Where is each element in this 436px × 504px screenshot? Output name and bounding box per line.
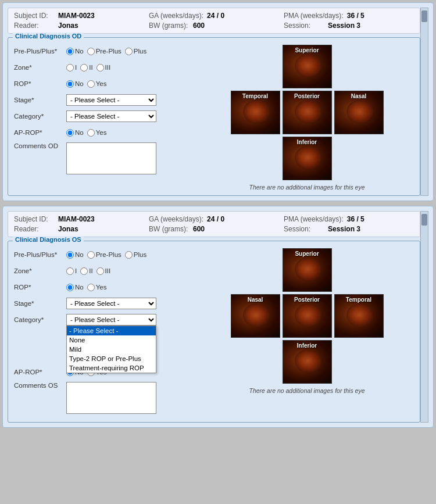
image-nasal-od: Nasal <box>334 91 384 134</box>
ap-rop-row-od: AP-ROP* No Yes <box>14 126 194 139</box>
image-row-inferior-od: Inferior <box>283 137 332 180</box>
diagnosis-od: Clinical Diagnosis OD Pre-Plus/Plus* <box>8 37 420 196</box>
comments-label-od: Comments OD <box>14 142 66 149</box>
rop-yes-os[interactable]: Yes <box>87 284 107 291</box>
zone-ii-od[interactable]: II <box>80 64 92 72</box>
session-label: Session: <box>284 22 324 30</box>
zone-i-label-os: I <box>75 267 77 274</box>
zone-row-os: Zone* I II <box>14 264 194 277</box>
comments-textarea-od[interactable] <box>66 142 156 174</box>
image-superior-od: Superior <box>283 45 332 88</box>
panel-os-inner: Subject ID: MIAM-0023 GA (weeks/days): 2… <box>8 211 428 423</box>
pre-plus-no-od[interactable]: No <box>66 48 84 55</box>
pre-plus-preplus-os[interactable]: Pre-Plus <box>87 251 121 259</box>
comments-row-od: Comments OD <box>14 142 194 174</box>
pma-pair: PMA (weeks/days): 36 / 5 <box>284 12 414 20</box>
category-label-os: Category* <box>14 316 66 323</box>
pre-plus-row-os: Pre-Plus/Plus* No Pre-Plus <box>14 248 194 261</box>
category-dropdown-open-os[interactable]: - Please Select - None Mild Type-2 ROP o… <box>66 326 156 373</box>
pre-plus-no-os[interactable]: No <box>66 251 84 259</box>
ap-rop-label-os: AP-ROP* <box>14 369 66 376</box>
image-temporal-os: Temporal <box>334 294 384 338</box>
pre-plus-label-os: Pre-Plus/Plus* <box>14 251 66 258</box>
pre-plus-radios-os: No Pre-Plus Plus <box>66 251 146 259</box>
zone-ii-label-os: II <box>89 267 92 274</box>
comments-textarea-os[interactable] <box>66 382 156 414</box>
pre-plus-plus-os[interactable]: Plus <box>125 251 146 259</box>
image-inferior-od: Inferior <box>283 137 332 180</box>
panel-od-inner: Subject ID: MIAM-0023 GA (weeks/days): 2… <box>8 8 428 196</box>
category-row-os: Category* - Please Select - None Mild Ty… <box>14 313 194 326</box>
bw-label-os: BW (grams): <box>149 225 190 233</box>
scrollbar-os[interactable] <box>420 211 428 423</box>
zone-iii-label-os: III <box>105 267 111 274</box>
zone-i-os[interactable]: I <box>66 267 77 275</box>
rop-row-od: ROP* No Yes <box>14 77 194 90</box>
ga-pair-os: GA (weeks/days): 24 / 0 <box>149 215 279 223</box>
session-pair: Session: Session 3 <box>284 22 414 30</box>
rop-row-os: ROP* No Yes <box>14 281 194 294</box>
ap-rop-yes-od[interactable]: Yes <box>87 129 107 137</box>
comments-row-os: Comments OS <box>14 382 194 414</box>
category-select-os[interactable]: - Please Select - None Mild Type-2 ROP o… <box>66 314 156 326</box>
inferior-label-od: Inferior <box>297 139 317 145</box>
zone-ii-os[interactable]: II <box>80 267 92 275</box>
pma-label-os: PMA (weeks/days): <box>284 215 344 223</box>
rop-yes-od[interactable]: Yes <box>87 80 107 88</box>
category-dropdown-os: - Please Select - None Mild Type-2 ROP o… <box>66 314 156 326</box>
pre-plus-preplus-label-od: Pre-Plus <box>96 48 121 55</box>
dropdown-option-treatment[interactable]: Treatment-requiring ROP <box>67 363 156 373</box>
header-row-1: Subject ID: MIAM-0023 GA (weeks/days): 2… <box>14 12 414 20</box>
dropdown-option-none[interactable]: None <box>67 335 156 345</box>
rop-no-os[interactable]: No <box>66 284 84 291</box>
pre-plus-no-label-os: No <box>75 251 84 258</box>
rop-no-od[interactable]: No <box>66 80 84 88</box>
category-select-od[interactable]: - Please Select - None Mild <box>66 110 156 122</box>
stage-select-od[interactable]: - Please Select - None Mild Type-2 ROP o… <box>66 94 156 106</box>
image-inferior-os: Inferior <box>283 340 332 384</box>
pre-plus-label-od: Pre-Plus/Plus* <box>14 48 66 55</box>
scrollbar-thumb-od[interactable] <box>421 10 427 22</box>
pma-label: PMA (weeks/days): <box>284 12 344 20</box>
dropdown-option-placeholder[interactable]: - Please Select - <box>67 326 156 335</box>
subject-id-label-os: Subject ID: <box>14 215 55 223</box>
stage-label-od: Stage* <box>14 96 66 103</box>
dropdown-option-type2[interactable]: Type-2 ROP or Pre-Plus <box>67 354 156 363</box>
bw-pair: BW (grams): 600 <box>149 22 279 30</box>
ap-rop-no-label-od: No <box>75 129 84 136</box>
session-value: Session 3 <box>328 22 374 30</box>
ap-rop-no-od[interactable]: No <box>66 129 84 137</box>
image-superior-os: Superior <box>283 248 332 292</box>
image-row-superior-od: Superior <box>283 45 332 88</box>
header-os: Subject ID: MIAM-0023 GA (weeks/days): 2… <box>8 211 420 237</box>
pre-plus-plus-od[interactable]: Plus <box>125 48 146 55</box>
temporal-label-od: Temporal <box>242 93 268 99</box>
zone-radios-os: I II III <box>66 267 110 275</box>
panel-od-content: Subject ID: MIAM-0023 GA (weeks/days): 2… <box>8 8 420 196</box>
session-value-os: Session 3 <box>328 225 374 233</box>
reader-label: Reader: <box>14 22 55 30</box>
pre-plus-plus-label-od: Plus <box>134 48 146 55</box>
bw-pair-os: BW (grams): 600 <box>149 225 279 233</box>
pre-plus-plus-label-os: Plus <box>134 251 146 258</box>
zone-iii-os[interactable]: III <box>97 267 111 275</box>
stage-select-os[interactable]: - Please Select - None Mild Type-2 ROP o… <box>66 298 156 309</box>
form-os: Pre-Plus/Plus* No Pre-Plus <box>14 248 194 417</box>
scrollbar-od[interactable] <box>420 8 428 196</box>
session-label-os: Session: <box>284 225 324 233</box>
subject-id-value-os: MIAM-0023 <box>58 215 105 223</box>
pre-plus-preplus-od[interactable]: Pre-Plus <box>87 48 121 55</box>
stage-row-os: Stage* - Please Select - None Mild Type-… <box>14 297 194 310</box>
superior-label-os: Superior <box>295 251 319 257</box>
zone-i-od[interactable]: I <box>66 64 77 72</box>
image-row-superior-os: Superior <box>283 248 332 292</box>
pma-value-os: 36 / 5 <box>347 215 394 223</box>
form-od: Pre-Plus/Plus* No Pre-Plus <box>14 45 194 191</box>
reader-pair-os: Reader: Jonas <box>14 225 144 233</box>
images-od: Superior Temporal Posterior <box>200 45 414 191</box>
zone-label-od: Zone* <box>14 64 66 71</box>
diagnosis-os: Clinical Diagnosis OS Pre-Plus/Plus* <box>8 241 420 423</box>
zone-iii-od[interactable]: III <box>97 64 111 72</box>
dropdown-option-mild[interactable]: Mild <box>67 345 156 354</box>
scrollbar-thumb-os[interactable] <box>421 214 427 226</box>
